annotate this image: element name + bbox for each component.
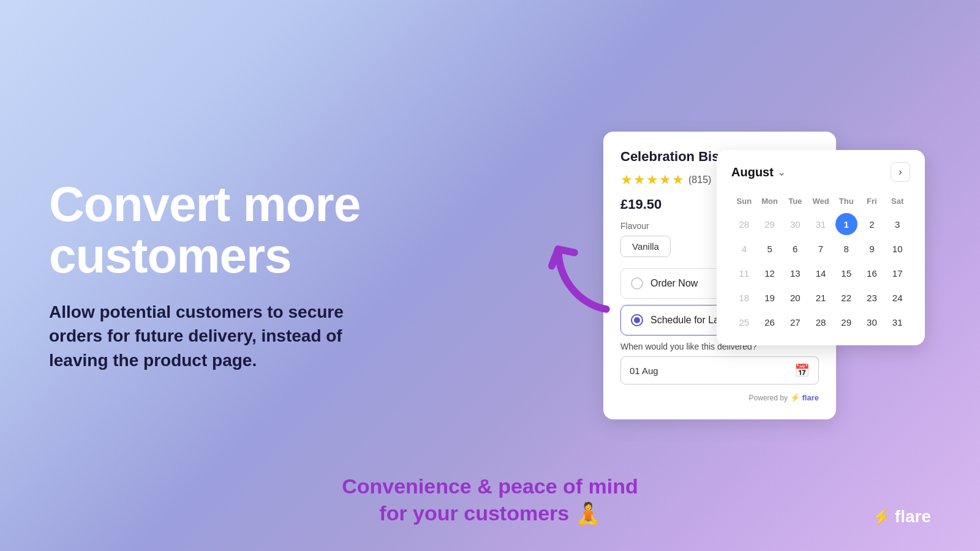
table-row[interactable]: 19 — [759, 287, 781, 309]
calendar-grid: Sun Mon Tue Wed Thu Fri Sat 28 29 30 31 … — [731, 194, 910, 333]
table-row[interactable]: 14 — [810, 262, 832, 284]
sub-heading: Allow potential customers to secure orde… — [49, 300, 392, 372]
table-row[interactable]: 30 — [861, 311, 883, 333]
table-row[interactable]: 12 — [759, 262, 781, 284]
calendar-popup: August ⌄ › Sun Mon Tue Wed Thu Fri Sat 2 — [717, 150, 925, 345]
review-count: (815) — [688, 174, 711, 186]
table-row[interactable]: 20 — [784, 287, 806, 309]
page-background: Convert more customers Allow potential c… — [0, 0, 980, 551]
table-row[interactable]: 13 — [784, 262, 806, 284]
weekday-mon: Mon — [757, 194, 783, 208]
table-row[interactable]: 31 — [810, 213, 832, 235]
month-dropdown-icon[interactable]: ⌄ — [777, 167, 785, 178]
convenience-line1: Convenience & peace of mind — [0, 473, 980, 500]
table-row[interactable]: 6 — [784, 238, 806, 260]
month-name: August — [731, 165, 774, 179]
table-row[interactable]: 16 — [861, 262, 883, 284]
calendar-next-button[interactable]: › — [891, 162, 910, 182]
convenience-line2: for your customers 🧘 — [0, 500, 980, 527]
calendar-weekdays: Sun Mon Tue Wed Thu Fri Sat — [731, 194, 910, 208]
table-row[interactable]: 4 — [733, 238, 755, 260]
weekday-tue: Tue — [782, 194, 808, 208]
flavour-button[interactable]: Vanilla — [620, 236, 671, 257]
table-row[interactable]: 7 — [810, 238, 832, 260]
bottom-text: Convenience & peace of mind for your cus… — [0, 473, 980, 527]
radio-inner-dot — [634, 317, 640, 323]
table-row[interactable]: 22 — [835, 287, 858, 309]
table-row[interactable]: 10 — [886, 238, 908, 260]
schedule-later-radio[interactable] — [631, 314, 643, 326]
table-row[interactable]: 29 — [835, 311, 858, 333]
table-row[interactable]: 24 — [886, 287, 908, 309]
right-section: Celebration Biscuit Box ★★★★★ (815) £19.… — [508, 132, 931, 419]
table-row[interactable]: 1 — [835, 213, 858, 235]
flare-bolt-icon: ⚡ — [872, 508, 891, 527]
flare-logo-bottom: ⚡ flare — [872, 507, 931, 527]
table-row[interactable]: 26 — [759, 311, 781, 333]
order-now-label: Order Now — [650, 278, 698, 289]
table-row[interactable]: 2 — [861, 213, 883, 235]
table-row[interactable]: 30 — [784, 213, 806, 235]
table-row[interactable]: 28 — [733, 213, 755, 235]
weekday-wed: Wed — [808, 194, 834, 208]
weekday-fri: Fri — [859, 194, 885, 208]
table-row[interactable]: 9 — [861, 238, 883, 260]
star-rating: ★★★★★ — [620, 172, 685, 188]
arrow-decoration — [538, 228, 625, 328]
left-section: Convert more customers Allow potential c… — [49, 179, 508, 372]
weekday-sun: Sun — [731, 194, 757, 208]
order-now-radio[interactable] — [631, 277, 643, 290]
powered-by: Powered by ⚡ flare — [620, 393, 819, 402]
table-row[interactable]: 11 — [733, 262, 755, 284]
table-row[interactable]: 17 — [886, 262, 908, 284]
flare-brand-small: ⚡ flare — [790, 393, 819, 402]
date-input[interactable]: 01 Aug 📅 — [620, 356, 819, 384]
calendar-month-title: August ⌄ — [731, 165, 785, 179]
calendar-icon[interactable]: 📅 — [794, 363, 810, 378]
table-row[interactable]: 21 — [810, 287, 832, 309]
table-row[interactable]: 5 — [759, 238, 781, 260]
table-row[interactable]: 18 — [733, 287, 755, 309]
flare-logo-text: flare — [895, 507, 931, 527]
date-value: 01 Aug — [630, 365, 658, 376]
weekday-sat: Sat — [884, 194, 910, 208]
main-heading: Convert more customers — [49, 179, 472, 282]
table-row[interactable]: 25 — [733, 311, 755, 333]
powered-by-text: Powered by — [749, 394, 788, 402]
table-row[interactable]: 31 — [886, 311, 908, 333]
calendar-header: August ⌄ › — [731, 162, 910, 182]
weekday-thu: Thu — [834, 194, 859, 208]
table-row[interactable]: 8 — [835, 238, 858, 260]
table-row[interactable]: 3 — [886, 213, 908, 235]
table-row[interactable]: 15 — [835, 262, 858, 284]
table-row[interactable]: 23 — [861, 287, 883, 309]
table-row[interactable]: 27 — [784, 311, 806, 333]
table-row[interactable]: 29 — [759, 213, 781, 235]
table-row[interactable]: 28 — [810, 311, 832, 333]
calendar-days: 28 29 30 31 1 2 3 4 5 6 7 8 9 10 11 — [731, 213, 910, 333]
